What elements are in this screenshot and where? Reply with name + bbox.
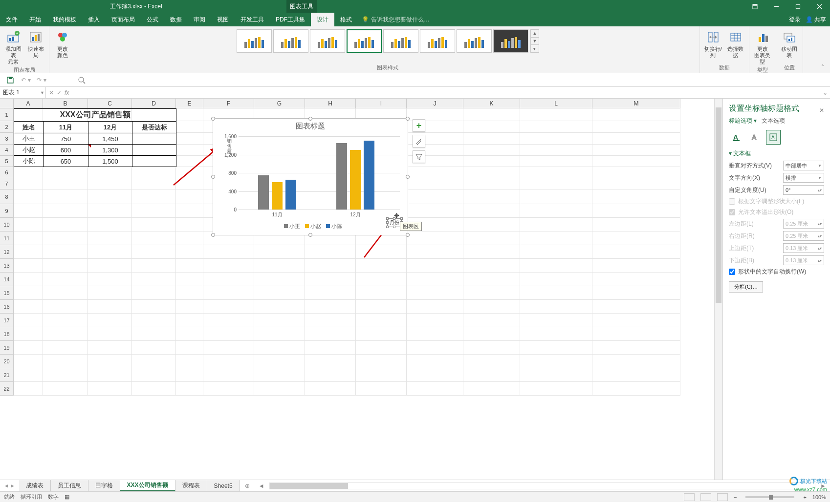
name-box[interactable]: 图表 1▼ xyxy=(0,87,46,98)
custom-angle-input[interactable]: 0°▴▾ xyxy=(783,185,824,195)
undo-icon[interactable]: ↶ ▾ xyxy=(21,75,31,85)
row-header[interactable]: 22 xyxy=(0,382,14,396)
tab-home[interactable]: 开始 xyxy=(23,13,47,26)
row-header[interactable]: 13 xyxy=(0,259,14,273)
collapse-ribbon-icon[interactable]: ˄ xyxy=(815,26,830,73)
tab-review[interactable]: 审阅 xyxy=(188,13,211,26)
move-chart-button[interactable]: 移动图表 xyxy=(779,29,800,59)
column-header[interactable]: L xyxy=(520,99,592,108)
select-all-corner[interactable] xyxy=(0,99,14,108)
tab-view[interactable]: 视图 xyxy=(211,13,235,26)
page-layout-view-icon[interactable] xyxy=(700,493,711,501)
row-header[interactable]: 6 xyxy=(0,167,14,178)
chart-styles-icon[interactable] xyxy=(413,135,425,147)
sheet-nav[interactable]: ◄ ► xyxy=(0,480,19,491)
sheet-tab[interactable]: 田字格 xyxy=(88,480,120,491)
row-header[interactable]: 3 xyxy=(0,133,14,145)
chart-style-thumb[interactable] xyxy=(273,29,308,53)
tab-layout[interactable]: 页面布局 xyxy=(106,13,141,26)
zoom-out-icon[interactable]: − xyxy=(734,494,737,500)
gallery-down-icon[interactable]: ▼ xyxy=(531,38,539,45)
row-header[interactable]: 11 xyxy=(0,231,14,245)
maximize-icon[interactable] xyxy=(787,0,808,13)
text-options-link[interactable]: 文本选项 xyxy=(762,117,785,124)
chart-style-thumb[interactable] xyxy=(420,29,455,53)
horizontal-scrollbar[interactable]: ◄ ► xyxy=(255,480,830,491)
zoom-value[interactable]: 100% xyxy=(812,494,826,500)
row-header[interactable]: 4 xyxy=(0,145,14,156)
sheet-tab[interactable]: 员工信息 xyxy=(51,480,88,491)
select-data-button[interactable]: 选择数据 xyxy=(725,29,746,59)
sheet-tab[interactable]: 成绩表 xyxy=(19,480,51,491)
chart-style-thumb[interactable] xyxy=(310,29,345,53)
column-header[interactable]: H xyxy=(305,99,356,108)
gallery-scroll[interactable]: ▲ ▼ ▾ xyxy=(530,29,539,53)
gallery-more-icon[interactable]: ▾ xyxy=(531,45,539,52)
redo-icon[interactable]: ↷ ▾ xyxy=(36,75,47,85)
chart-filter-icon[interactable] xyxy=(413,150,425,163)
chart-style-thumb[interactable] xyxy=(347,29,382,53)
vertical-align-select[interactable]: 中部居中▼ xyxy=(783,161,824,170)
tab-file[interactable]: 文件 xyxy=(0,13,23,26)
normal-view-icon[interactable] xyxy=(684,493,695,501)
zoom-in-icon[interactable]: + xyxy=(803,494,806,500)
chart-style-thumb[interactable] xyxy=(457,29,492,53)
column-header[interactable]: G xyxy=(254,99,305,108)
chart-style-thumb[interactable] xyxy=(383,29,418,53)
close-pane-icon[interactable]: ✕ xyxy=(819,107,824,114)
zoom-slider[interactable] xyxy=(745,496,794,498)
chart-object[interactable]: 图表标题 销售额 04008001,2001,60011月12月 月份 小王小赵… xyxy=(213,118,408,235)
chart-style-thumb[interactable] xyxy=(237,29,272,53)
enter-formula-icon[interactable]: ✓ xyxy=(57,89,62,96)
columns-button[interactable]: 分栏(C)… xyxy=(729,281,763,293)
add-chart-element-button[interactable]: + 添加图表 元素 xyxy=(3,29,23,65)
chart-style-thumb[interactable] xyxy=(493,29,528,53)
fx-icon[interactable]: fx xyxy=(65,89,69,96)
row-header[interactable]: 21 xyxy=(0,368,14,382)
column-header[interactable]: K xyxy=(463,99,520,108)
chart-legend[interactable]: 小王小赵小陈 xyxy=(213,223,408,230)
print-preview-icon[interactable] xyxy=(76,75,87,85)
tell-me-search[interactable]: 💡 告诉我您想要做什么… xyxy=(358,13,430,26)
tab-pdf[interactable]: PDF工具集 xyxy=(270,13,311,26)
change-chart-type-button[interactable]: 更改 图表类型 xyxy=(752,29,773,65)
column-header[interactable]: E xyxy=(176,99,203,108)
page-break-view-icon[interactable] xyxy=(717,493,728,501)
column-header[interactable]: C xyxy=(88,99,132,108)
tab-format[interactable]: 格式 xyxy=(334,13,358,26)
close-icon[interactable] xyxy=(808,0,830,13)
wrap-checkbox[interactable] xyxy=(729,269,735,275)
ribbon-display-options-icon[interactable] xyxy=(744,0,765,13)
sheet-tab[interactable]: Sheet5 xyxy=(207,480,240,491)
login-link[interactable]: 登录 xyxy=(789,16,801,24)
tab-data[interactable]: 数据 xyxy=(164,13,188,26)
formula-input[interactable] xyxy=(72,87,820,98)
row-header[interactable]: 10 xyxy=(0,218,14,231)
tab-templates[interactable]: 我的模板 xyxy=(47,13,82,26)
row-header[interactable]: 2 xyxy=(0,121,14,133)
text-direction-select[interactable]: 横排▼ xyxy=(783,173,824,183)
sheet-tab[interactable]: 课程表 xyxy=(175,480,207,491)
row-header[interactable]: 12 xyxy=(0,245,14,259)
change-colors-button[interactable]: 更改 颜色 xyxy=(52,29,73,59)
column-header[interactable]: A xyxy=(14,99,43,108)
section-textbox[interactable]: ▾ 文本框 xyxy=(729,149,824,158)
tab-developer[interactable]: 开发工具 xyxy=(235,13,270,26)
vertical-scrollbar[interactable] xyxy=(714,99,722,480)
cancel-formula-icon[interactable]: ✕ xyxy=(49,89,54,96)
text-fill-icon[interactable]: A xyxy=(729,130,743,145)
tab-design[interactable]: 设计 xyxy=(311,13,334,26)
sheet-tab[interactable]: XXX公司销售额 xyxy=(120,480,175,491)
tab-insert[interactable]: 插入 xyxy=(82,13,106,26)
share-button[interactable]: 👤 共享 xyxy=(806,16,826,24)
tab-formulas[interactable]: 公式 xyxy=(141,13,164,26)
row-header[interactable]: 18 xyxy=(0,327,14,341)
macro-record-icon[interactable]: ▦ xyxy=(65,494,69,500)
save-icon[interactable] xyxy=(5,75,16,85)
row-header[interactable]: 5 xyxy=(0,156,14,167)
row-header[interactable]: 7 xyxy=(0,178,14,189)
row-header[interactable]: 14 xyxy=(0,273,14,286)
column-header[interactable]: M xyxy=(592,99,680,108)
column-header[interactable]: F xyxy=(203,99,254,108)
plot-area[interactable]: 04008001,2001,60011月12月 xyxy=(239,136,400,210)
